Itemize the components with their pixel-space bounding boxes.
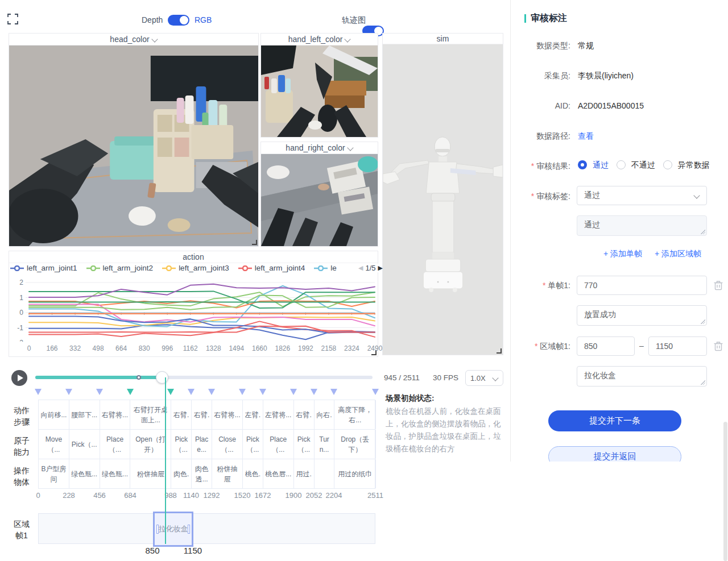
textarea-resize-handle[interactable]: [701, 230, 705, 234]
step-cell[interactable]: 右臂将...: [100, 400, 131, 429]
region-frame-end-input[interactable]: 1150: [648, 336, 707, 356]
review-tag-note-textarea[interactable]: 通过: [577, 215, 707, 236]
step-cell[interactable]: 粉饼抽屉: [212, 459, 243, 488]
playhead-line[interactable]: [165, 377, 166, 544]
svg-text:-2: -2: [17, 339, 23, 342]
step-cell[interactable]: Place（...: [263, 430, 294, 459]
step-cell[interactable]: Move（...: [39, 430, 69, 459]
step-boundary-marker[interactable]: [35, 389, 42, 395]
step-cell[interactable]: 腰部下...: [69, 400, 100, 429]
review-result-option[interactable]: 不通过: [617, 160, 655, 169]
step-boundary-marker[interactable]: [96, 389, 103, 395]
step-cell[interactable]: 向前移...: [39, 400, 69, 429]
step-cell[interactable]: [315, 459, 335, 488]
step-cell[interactable]: 左臂.: [243, 400, 263, 429]
step-cell[interactable]: 右臂将...: [212, 400, 243, 429]
delete-single-frame-icon[interactable]: [714, 280, 723, 290]
depth-rgb-toggle[interactable]: [168, 15, 189, 26]
sim-image[interactable]: [383, 44, 503, 355]
region-frame-segment[interactable]: 拉化妆盒: [153, 512, 193, 547]
radio-icon[interactable]: [617, 160, 626, 169]
step-cell[interactable]: 右臂.: [294, 400, 315, 429]
region-frame-track[interactable]: 拉化妆盒: [38, 513, 375, 544]
step-boundary-marker[interactable]: [259, 389, 266, 395]
single-frame-desc-textarea[interactable]: 放置成功: [577, 305, 707, 326]
delete-region-frame-icon[interactable]: [714, 341, 723, 351]
step-cell[interactable]: 右臂.: [192, 400, 212, 429]
radio-icon[interactable]: [663, 160, 672, 169]
add-region-frame-link[interactable]: + 添加区域帧: [655, 249, 701, 259]
step-boundary-marker[interactable]: [290, 389, 297, 395]
fullscreen-icon[interactable]: [7, 14, 18, 24]
segment-right-handle[interactable]: [188, 525, 190, 534]
single-frame-marker-dot[interactable]: [136, 375, 141, 380]
textarea-resize-handle[interactable]: [701, 380, 705, 385]
region-frame-desc-textarea[interactable]: 拉化妆盒: [577, 366, 707, 387]
step-cell[interactable]: Place...: [192, 430, 212, 459]
timeline-axis-tick: 1900: [286, 491, 302, 500]
step-cell[interactable]: 绿色瓶...: [69, 459, 100, 488]
segment-left-handle[interactable]: [156, 525, 159, 534]
region-frame-start-input[interactable]: 850: [577, 336, 635, 356]
add-single-frame-link[interactable]: + 添加单帧: [603, 249, 642, 259]
step-cell[interactable]: Drop（丢下）: [335, 430, 377, 459]
speed-select[interactable]: 1.0X: [465, 370, 503, 386]
scrollbar[interactable]: [723, 422, 727, 561]
step-boundary-marker[interactable]: [239, 389, 246, 395]
step-cell[interactable]: 肉色.: [171, 459, 192, 488]
step-cell[interactable]: 用过的纸巾: [335, 459, 377, 488]
legend-prev-icon[interactable]: ◀: [358, 264, 363, 272]
head-color-title[interactable]: head_color: [9, 34, 258, 45]
step-cell[interactable]: 用过.: [294, 459, 315, 488]
step-cell-text: 左臂.: [245, 410, 260, 420]
legend-next-icon[interactable]: ▶: [378, 264, 383, 272]
step-cell[interactable]: 高度下降，右...: [335, 400, 377, 429]
submit-next-button[interactable]: 提交并下一条: [548, 410, 681, 431]
step-cell[interactable]: Place（...: [100, 430, 131, 459]
step-cell[interactable]: Pick（...: [69, 430, 100, 459]
step-cell[interactable]: 绿色瓶...: [100, 459, 131, 488]
step-cell[interactable]: Turn...: [315, 430, 335, 459]
radio-icon[interactable]: [578, 160, 587, 169]
resize-corner-icon[interactable]: [252, 240, 257, 245]
legend-item[interactable]: left_arm_joint3: [162, 264, 229, 272]
collector-value: 李轶晨(liyichen): [578, 71, 634, 81]
legend-item[interactable]: left_arm_joint2: [86, 264, 154, 272]
step-cell[interactable]: B户型房间: [39, 459, 69, 488]
step-cell[interactable]: Pick（...: [171, 430, 192, 459]
textarea-resize-handle[interactable]: [701, 319, 705, 324]
step-boundary-marker[interactable]: [65, 389, 72, 395]
step-cell[interactable]: 桃色唇...: [263, 459, 294, 488]
play-button[interactable]: [11, 370, 27, 386]
resize-corner-icon[interactable]: [497, 348, 502, 354]
hand-right-color-title[interactable]: hand_right_color: [261, 142, 378, 154]
review-tag-select[interactable]: 通过: [577, 186, 707, 205]
step-cell[interactable]: 桃色.: [243, 459, 263, 488]
step-cell[interactable]: 向右.: [315, 400, 335, 429]
data-path-view-link[interactable]: 查看: [578, 131, 594, 142]
step-boundary-marker[interactable]: [188, 389, 195, 395]
review-result-option[interactable]: 异常数据: [663, 160, 710, 169]
progress-handle[interactable]: [156, 371, 168, 384]
step-boundary-marker[interactable]: [208, 389, 215, 395]
step-cell[interactable]: 左臂将...: [263, 400, 294, 429]
legend-item[interactable]: left_arm_joint4: [238, 264, 305, 272]
review-result-option[interactable]: 通过: [578, 160, 609, 169]
step-boundary-marker[interactable]: [311, 389, 317, 395]
step-cell[interactable]: 右臂.: [171, 400, 192, 429]
step-cell[interactable]: Pick（...: [294, 430, 315, 459]
legend-item[interactable]: le: [314, 264, 337, 272]
step-boundary-marker[interactable]: [127, 389, 134, 395]
progress-slider[interactable]: [35, 376, 373, 379]
hand-left-color-title[interactable]: hand_left_color: [261, 34, 378, 45]
step-boundary-marker[interactable]: [372, 389, 379, 395]
action-chart[interactable]: 210-1-2: [9, 276, 378, 342]
step-boundary-marker[interactable]: [167, 389, 174, 395]
step-boundary-marker[interactable]: [330, 389, 337, 395]
legend-item[interactable]: left_arm_joint1: [10, 264, 77, 272]
submit-return-button[interactable]: 提交并返回: [548, 446, 681, 462]
step-cell[interactable]: Close（...: [212, 430, 243, 459]
single-frame-input[interactable]: 770: [577, 276, 707, 295]
step-cell[interactable]: 肉色透...: [192, 459, 212, 488]
step-cell[interactable]: Pick（...: [243, 430, 263, 459]
